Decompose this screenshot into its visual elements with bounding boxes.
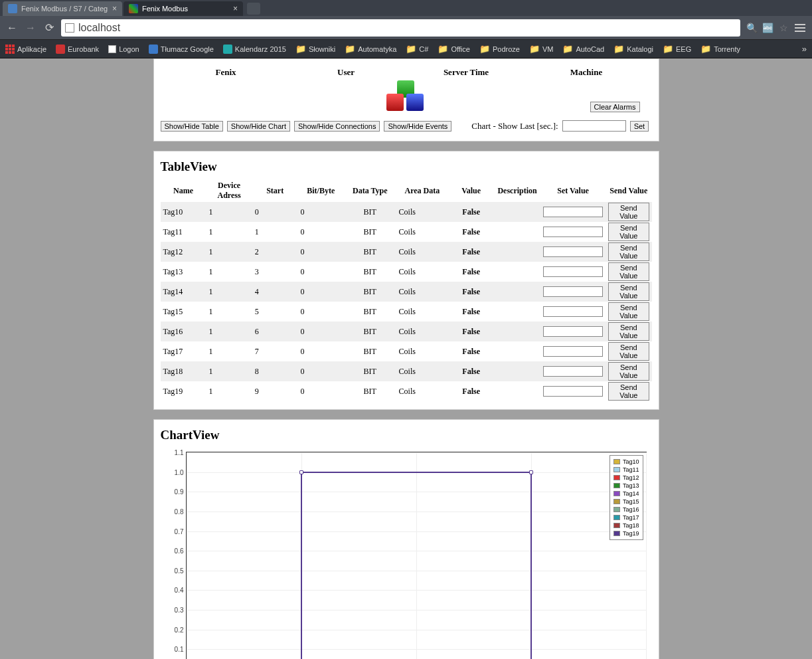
- site-icon: [223, 45, 232, 54]
- send-value-button[interactable]: Send Value: [608, 262, 649, 281]
- browser-tab[interactable]: Fenix Modbus / S7 / Categ ×: [3, 1, 122, 16]
- cell-area: Coils: [396, 262, 449, 282]
- send-value-button[interactable]: Send Value: [608, 362, 649, 381]
- bookmark-item[interactable]: Logon: [108, 45, 139, 53]
- chart-legend: Tag10Tag11Tag12Tag13Tag14Tag15Tag16Tag17…: [609, 455, 643, 540]
- send-value-button[interactable]: Send Value: [608, 322, 649, 341]
- showhide-chart-button[interactable]: Show/Hide Chart: [227, 121, 290, 132]
- chart-plot[interactable]: 0.00.10.20.30.40.50.60.70.80.91.01.115:4…: [186, 452, 647, 659]
- showhide-connections-button[interactable]: Show/Hide Connections: [294, 121, 380, 132]
- cell-name: Tag19: [161, 381, 206, 401]
- bookmark-item[interactable]: 📁EEG: [663, 44, 691, 54]
- send-value-button[interactable]: Send Value: [608, 302, 649, 321]
- cell-desc: [494, 341, 540, 361]
- send-value-button[interactable]: Send Value: [608, 203, 649, 221]
- send-value-button[interactable]: Send Value: [608, 282, 649, 301]
- legend-item[interactable]: Tag10: [613, 458, 639, 466]
- bookmark-item[interactable]: Kalendarz 2015: [223, 45, 286, 54]
- bookmark-item[interactable]: 📁AutoCad: [562, 44, 604, 54]
- cell-name: Tag13: [161, 262, 206, 282]
- folder-icon: 📁: [295, 44, 306, 54]
- folder-icon: 📁: [529, 44, 540, 54]
- set-value-input[interactable]: [543, 286, 603, 297]
- tab-title: Fenix Modbus: [142, 5, 188, 13]
- url-text: localhost: [78, 22, 120, 34]
- send-value-button[interactable]: Send Value: [608, 382, 649, 401]
- back-button[interactable]: ←: [5, 21, 19, 35]
- bookmark-item[interactable]: 📁C#: [406, 44, 428, 54]
- bookmark-label: EEG: [676, 45, 691, 53]
- menu-icon[interactable]: [793, 23, 807, 33]
- bookmark-item[interactable]: Eurobank: [56, 45, 99, 54]
- cell-name: Tag15: [161, 302, 206, 322]
- bookmark-item[interactable]: 📁Podroze: [479, 44, 520, 54]
- bookmark-item[interactable]: Aplikacje: [5, 45, 46, 54]
- legend-label: Tag11: [623, 466, 639, 474]
- chartview-title: ChartView: [161, 428, 652, 442]
- legend-item[interactable]: Tag18: [613, 521, 639, 529]
- set-value-input[interactable]: [543, 227, 603, 237]
- star-icon[interactable]: ☆: [777, 22, 789, 34]
- bookmark-item[interactable]: 📁Office: [438, 44, 470, 54]
- send-value-button[interactable]: Send Value: [608, 242, 649, 261]
- url-bar[interactable]: localhost: [61, 19, 740, 37]
- folder-icon: 📁: [345, 44, 355, 54]
- send-value-button[interactable]: Send Value: [608, 223, 649, 241]
- cell-setvalue: [540, 242, 606, 262]
- bookmark-item[interactable]: 📁Słowniki: [295, 44, 335, 54]
- cell-setvalue: [540, 341, 606, 361]
- bookmark-item[interactable]: Tłumacz Google: [149, 45, 214, 54]
- legend-label: Tag12: [623, 474, 639, 482]
- chart-last-input[interactable]: [562, 120, 626, 132]
- zoom-icon[interactable]: 🔍: [746, 22, 758, 34]
- y-tick: 0.3: [175, 607, 184, 614]
- cell-value: False: [448, 341, 494, 361]
- legend-item[interactable]: Tag15: [613, 498, 639, 506]
- new-tab-button[interactable]: [247, 3, 260, 15]
- cell-name: Tag17: [161, 341, 206, 361]
- cell-setvalue: [540, 222, 606, 242]
- bookmark-item[interactable]: 📁Torrenty: [700, 44, 740, 54]
- set-button[interactable]: Set: [630, 121, 649, 132]
- cell-datatype: BIT: [344, 282, 396, 302]
- cube-icon: [406, 94, 424, 111]
- close-icon[interactable]: ×: [233, 4, 238, 13]
- set-value-input[interactable]: [543, 306, 603, 317]
- cell-value: False: [448, 302, 494, 322]
- legend-item[interactable]: Tag14: [613, 490, 639, 498]
- bookmark-item[interactable]: 📁Automatyka: [345, 44, 396, 54]
- folder-icon: 📁: [479, 44, 490, 54]
- cell-desc: [494, 242, 540, 262]
- translate-icon[interactable]: 🔤: [762, 22, 773, 34]
- legend-item[interactable]: Tag12: [613, 474, 639, 482]
- showhide-events-button[interactable]: Show/Hide Events: [384, 121, 451, 132]
- clear-alarms-button[interactable]: Clear Alarms: [590, 102, 640, 112]
- forward-button[interactable]: →: [24, 21, 37, 35]
- set-value-input[interactable]: [543, 246, 603, 257]
- legend-item[interactable]: Tag11: [613, 466, 639, 474]
- set-value-input[interactable]: [543, 386, 603, 397]
- set-value-input[interactable]: [543, 207, 603, 217]
- set-value-input[interactable]: [543, 266, 603, 277]
- set-value-input[interactable]: [543, 366, 603, 377]
- legend-item[interactable]: Tag13: [613, 482, 639, 490]
- close-icon[interactable]: ×: [112, 4, 117, 13]
- showhide-table-button[interactable]: Show/Hide Table: [161, 121, 223, 132]
- bookmark-item[interactable]: 📁VM: [529, 44, 554, 54]
- cell-value: False: [448, 381, 494, 401]
- bookmarks-more-icon[interactable]: »: [802, 44, 807, 54]
- browser-tab[interactable]: Fenix Modbus ×: [123, 1, 243, 16]
- legend-item[interactable]: Tag16: [613, 506, 639, 514]
- set-value-input[interactable]: [543, 326, 603, 337]
- cell-bit: 0: [298, 262, 344, 282]
- cell-bit: 0: [298, 222, 344, 242]
- data-point: [299, 470, 303, 474]
- set-value-input[interactable]: [543, 346, 603, 357]
- legend-item[interactable]: Tag17: [613, 514, 639, 521]
- bookmark-item[interactable]: 📁Katalogi: [613, 44, 653, 54]
- cell-datatype: BIT: [344, 341, 396, 361]
- send-value-button[interactable]: Send Value: [608, 342, 649, 361]
- table-row: Tag11110BITCoilsFalseSend Value: [161, 222, 652, 242]
- legend-item[interactable]: Tag19: [613, 529, 639, 537]
- reload-button[interactable]: ⟳: [42, 21, 56, 35]
